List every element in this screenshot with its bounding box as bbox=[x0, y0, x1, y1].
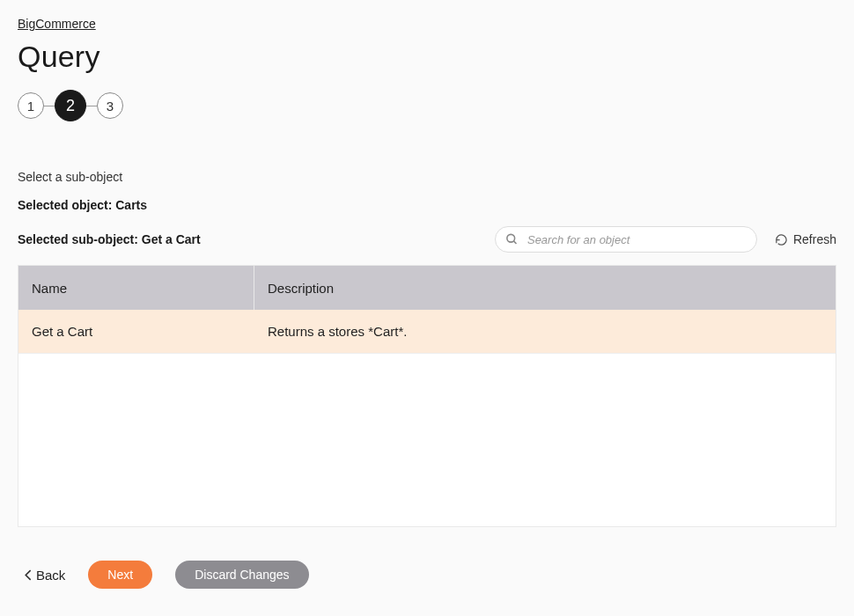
svg-line-1 bbox=[513, 241, 516, 244]
search-box bbox=[495, 226, 757, 253]
cell-name: Get a Cart bbox=[18, 310, 254, 353]
footer-actions: Back Next Discard Changes bbox=[25, 561, 836, 589]
selected-sub-object: Selected sub-object: Get a Cart bbox=[18, 232, 201, 246]
step-connector bbox=[86, 106, 97, 106]
refresh-label: Refresh bbox=[793, 232, 836, 246]
back-label: Back bbox=[36, 568, 65, 583]
cell-description: Returns a stores *Cart*. bbox=[254, 324, 836, 339]
discard-button[interactable]: Discard Changes bbox=[175, 561, 308, 589]
step-connector bbox=[44, 106, 55, 106]
step-1[interactable]: 1 bbox=[18, 92, 44, 119]
header-name: Name bbox=[18, 266, 254, 310]
back-button[interactable]: Back bbox=[25, 568, 65, 583]
instruction-label: Select a sub-object bbox=[18, 170, 836, 184]
selected-object: Selected object: Carts bbox=[18, 198, 836, 212]
search-icon bbox=[505, 233, 519, 246]
step-2[interactable]: 2 bbox=[55, 90, 86, 121]
search-input[interactable] bbox=[495, 226, 757, 253]
breadcrumb-link[interactable]: BigCommerce bbox=[18, 17, 96, 31]
header-description: Description bbox=[254, 281, 836, 296]
object-table: Name Description Get a Cart Returns a st… bbox=[18, 265, 836, 527]
page-title: Query bbox=[18, 40, 836, 74]
step-3[interactable]: 3 bbox=[97, 92, 123, 119]
refresh-icon bbox=[775, 233, 788, 246]
next-button[interactable]: Next bbox=[88, 561, 152, 589]
refresh-button[interactable]: Refresh bbox=[775, 232, 836, 246]
stepper: 1 2 3 bbox=[18, 90, 836, 121]
svg-point-0 bbox=[507, 234, 515, 242]
table-row[interactable]: Get a Cart Returns a stores *Cart*. bbox=[18, 310, 836, 354]
table-header: Name Description bbox=[18, 266, 836, 310]
chevron-left-icon bbox=[25, 569, 33, 581]
